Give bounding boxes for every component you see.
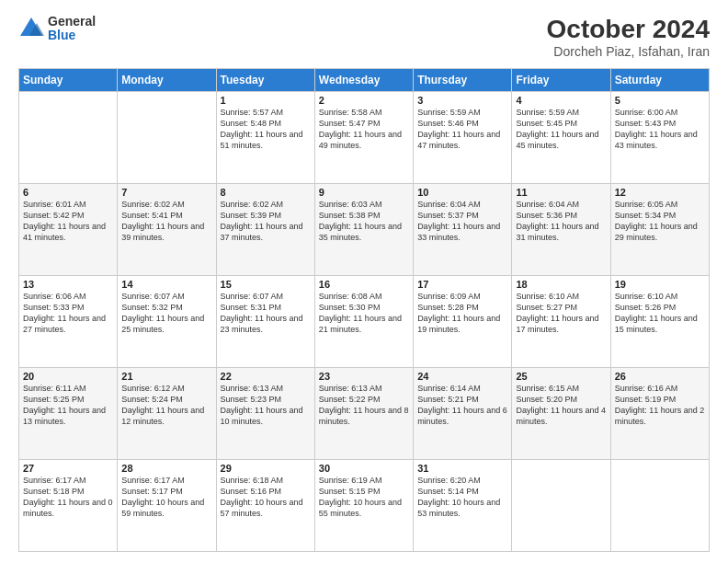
day-number: 5 [615,95,705,106]
day-number: 10 [417,187,507,198]
day-info: Sunrise: 6:02 AM Sunset: 5:39 PM Dayligh… [221,199,311,244]
day-info: Sunrise: 6:03 AM Sunset: 5:38 PM Dayligh… [319,199,409,244]
day-info: Sunrise: 6:05 AM Sunset: 5:34 PM Dayligh… [615,199,705,244]
calendar-cell [118,92,216,184]
day-info: Sunrise: 6:17 AM Sunset: 5:18 PM Dayligh… [23,475,113,520]
calendar: SundayMondayTuesdayWednesdayThursdayFrid… [18,68,710,552]
calendar-cell: 2Sunrise: 5:58 AM Sunset: 5:47 PM Daylig… [314,92,413,184]
calendar-cell: 12Sunrise: 6:05 AM Sunset: 5:34 PM Dayli… [610,184,709,276]
day-number: 18 [516,279,606,290]
calendar-cell: 23Sunrise: 6:13 AM Sunset: 5:22 PM Dayli… [314,368,413,460]
day-number: 20 [23,371,113,382]
day-number: 15 [221,279,311,290]
day-number: 16 [319,279,409,290]
weekday-header-wednesday: Wednesday [314,69,413,92]
calendar-cell: 21Sunrise: 6:12 AM Sunset: 5:24 PM Dayli… [118,368,216,460]
title-block: October 2024 Dorcheh Piaz, Isfahan, Iran [547,15,710,59]
day-info: Sunrise: 6:14 AM Sunset: 5:21 PM Dayligh… [417,383,507,428]
page: General Blue October 2024 Dorcheh Piaz, … [0,0,728,563]
calendar-cell: 16Sunrise: 6:08 AM Sunset: 5:30 PM Dayli… [314,276,413,368]
month-title: October 2024 [547,15,710,44]
calendar-cell: 20Sunrise: 6:11 AM Sunset: 5:25 PM Dayli… [19,368,118,460]
day-info: Sunrise: 6:12 AM Sunset: 5:24 PM Dayligh… [121,383,211,428]
calendar-cell: 14Sunrise: 6:07 AM Sunset: 5:32 PM Dayli… [118,276,216,368]
day-number: 21 [121,371,211,382]
day-number: 17 [417,279,507,290]
day-info: Sunrise: 6:13 AM Sunset: 5:23 PM Dayligh… [221,383,311,428]
day-number: 23 [319,371,409,382]
weekday-header-saturday: Saturday [610,69,709,92]
day-info: Sunrise: 6:07 AM Sunset: 5:32 PM Dayligh… [121,291,211,336]
day-number: 19 [615,279,705,290]
day-info: Sunrise: 6:18 AM Sunset: 5:16 PM Dayligh… [221,475,311,520]
calendar-cell [610,460,709,552]
day-info: Sunrise: 6:19 AM Sunset: 5:15 PM Dayligh… [319,475,409,520]
day-number: 26 [615,371,705,382]
weekday-header-row: SundayMondayTuesdayWednesdayThursdayFrid… [19,69,710,92]
day-info: Sunrise: 6:06 AM Sunset: 5:33 PM Dayligh… [23,291,113,336]
weekday-header-monday: Monday [118,69,216,92]
calendar-cell: 28Sunrise: 6:17 AM Sunset: 5:17 PM Dayli… [118,460,216,552]
day-number: 25 [516,371,606,382]
day-info: Sunrise: 6:20 AM Sunset: 5:14 PM Dayligh… [417,475,507,520]
logo-text: General Blue [48,15,96,43]
calendar-cell: 7Sunrise: 6:02 AM Sunset: 5:41 PM Daylig… [118,184,216,276]
calendar-cell: 4Sunrise: 5:59 AM Sunset: 5:45 PM Daylig… [512,92,610,184]
day-info: Sunrise: 5:59 AM Sunset: 5:46 PM Dayligh… [417,107,507,152]
day-number: 1 [221,95,311,106]
day-info: Sunrise: 6:04 AM Sunset: 5:36 PM Dayligh… [516,199,606,244]
calendar-cell: 30Sunrise: 6:19 AM Sunset: 5:15 PM Dayli… [314,460,413,552]
logo-icon [18,16,44,41]
calendar-cell: 22Sunrise: 6:13 AM Sunset: 5:23 PM Dayli… [216,368,314,460]
calendar-cell: 5Sunrise: 6:00 AM Sunset: 5:43 PM Daylig… [610,92,709,184]
day-info: Sunrise: 6:09 AM Sunset: 5:28 PM Dayligh… [417,291,507,336]
day-number: 13 [23,279,113,290]
day-number: 11 [516,187,606,198]
day-number: 31 [417,463,507,474]
day-number: 28 [121,463,211,474]
calendar-cell: 24Sunrise: 6:14 AM Sunset: 5:21 PM Dayli… [414,368,512,460]
weekday-header-tuesday: Tuesday [216,69,314,92]
location: Dorcheh Piaz, Isfahan, Iran [547,44,710,59]
calendar-cell: 3Sunrise: 5:59 AM Sunset: 5:46 PM Daylig… [414,92,512,184]
day-number: 4 [516,95,606,106]
weekday-header-sunday: Sunday [19,69,118,92]
calendar-cell: 15Sunrise: 6:07 AM Sunset: 5:31 PM Dayli… [216,276,314,368]
day-number: 7 [121,187,211,198]
week-row-4: 20Sunrise: 6:11 AM Sunset: 5:25 PM Dayli… [19,368,710,460]
day-info: Sunrise: 6:11 AM Sunset: 5:25 PM Dayligh… [23,383,113,428]
calendar-cell: 8Sunrise: 6:02 AM Sunset: 5:39 PM Daylig… [216,184,314,276]
day-info: Sunrise: 6:02 AM Sunset: 5:41 PM Dayligh… [121,199,211,244]
calendar-cell: 27Sunrise: 6:17 AM Sunset: 5:18 PM Dayli… [19,460,118,552]
calendar-cell: 11Sunrise: 6:04 AM Sunset: 5:36 PM Dayli… [512,184,610,276]
day-number: 29 [221,463,311,474]
week-row-5: 27Sunrise: 6:17 AM Sunset: 5:18 PM Dayli… [19,460,710,552]
day-info: Sunrise: 6:04 AM Sunset: 5:37 PM Dayligh… [417,199,507,244]
calendar-cell: 10Sunrise: 6:04 AM Sunset: 5:37 PM Dayli… [414,184,512,276]
logo-general: General [48,15,96,29]
header: General Blue October 2024 Dorcheh Piaz, … [18,15,710,59]
day-number: 30 [319,463,409,474]
day-number: 14 [121,279,211,290]
day-info: Sunrise: 5:58 AM Sunset: 5:47 PM Dayligh… [319,107,409,152]
calendar-cell: 6Sunrise: 6:01 AM Sunset: 5:42 PM Daylig… [19,184,118,276]
calendar-cell: 26Sunrise: 6:16 AM Sunset: 5:19 PM Dayli… [610,368,709,460]
calendar-cell: 25Sunrise: 6:15 AM Sunset: 5:20 PM Dayli… [512,368,610,460]
day-number: 9 [319,187,409,198]
day-info: Sunrise: 6:16 AM Sunset: 5:19 PM Dayligh… [615,383,705,428]
day-number: 8 [221,187,311,198]
day-info: Sunrise: 6:07 AM Sunset: 5:31 PM Dayligh… [221,291,311,336]
calendar-cell [512,460,610,552]
day-info: Sunrise: 6:00 AM Sunset: 5:43 PM Dayligh… [615,107,705,152]
calendar-cell: 9Sunrise: 6:03 AM Sunset: 5:38 PM Daylig… [314,184,413,276]
calendar-cell: 19Sunrise: 6:10 AM Sunset: 5:26 PM Dayli… [610,276,709,368]
day-info: Sunrise: 6:13 AM Sunset: 5:22 PM Dayligh… [319,383,409,428]
calendar-cell: 1Sunrise: 5:57 AM Sunset: 5:48 PM Daylig… [216,92,314,184]
calendar-cell: 18Sunrise: 6:10 AM Sunset: 5:27 PM Dayli… [512,276,610,368]
calendar-cell: 17Sunrise: 6:09 AM Sunset: 5:28 PM Dayli… [414,276,512,368]
logo: General Blue [18,15,96,43]
day-info: Sunrise: 6:15 AM Sunset: 5:20 PM Dayligh… [516,383,606,428]
calendar-cell: 29Sunrise: 6:18 AM Sunset: 5:16 PM Dayli… [216,460,314,552]
weekday-header-friday: Friday [512,69,610,92]
day-number: 12 [615,187,705,198]
